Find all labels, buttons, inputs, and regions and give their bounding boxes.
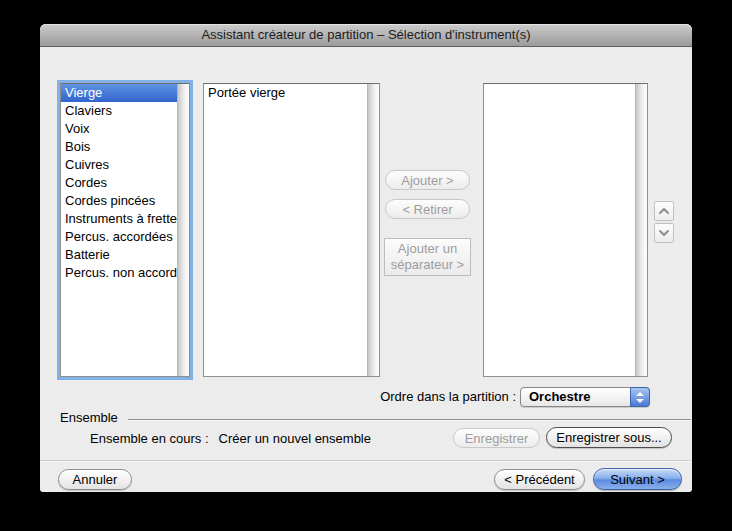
score-order-label: Ordre dans la partition : — [320, 387, 516, 407]
save-ensemble-as-button[interactable]: Enregistrer sous... — [546, 427, 672, 448]
current-ensemble-row: Ensemble en cours :Créer un nouvel ensem… — [90, 431, 371, 446]
popup-arrows-icon — [630, 387, 650, 407]
previous-button[interactable]: < Précédent — [494, 469, 585, 490]
dialog-content: Vierge Claviers Voix Bois Cuivres Cordes… — [40, 47, 692, 492]
add-button[interactable]: Ajouter > — [385, 170, 470, 190]
chevron-down-icon — [657, 228, 671, 238]
list-item[interactable]: Portée vierge — [204, 84, 368, 102]
add-separator-button[interactable]: Ajouter un séparateur > — [384, 238, 471, 276]
current-ensemble-label: Ensemble en cours : — [90, 431, 209, 446]
available-instrument-list[interactable]: Portée vierge — [203, 83, 380, 377]
instrument-category-list[interactable]: Vierge Claviers Voix Bois Cuivres Cordes… — [60, 83, 190, 377]
remove-button[interactable]: < Retirer — [385, 199, 470, 219]
move-up-button[interactable] — [654, 201, 674, 221]
list-item[interactable]: Percus. non accordées — [61, 264, 178, 282]
list-item[interactable]: Percus. accordées — [61, 228, 178, 246]
scrollbar-track[interactable] — [635, 84, 647, 376]
selected-instrument-list[interactable] — [483, 83, 648, 377]
move-down-button[interactable] — [654, 223, 674, 243]
list-item[interactable]: Cuivres — [61, 156, 178, 174]
save-ensemble-button[interactable]: Enregistrer — [453, 428, 540, 448]
list-item[interactable]: Cordes — [61, 174, 178, 192]
current-ensemble-value: Créer un nouvel ensemble — [219, 431, 371, 446]
score-order-popup[interactable]: Orchestre — [520, 387, 650, 407]
next-button[interactable]: Suivant > — [593, 468, 682, 490]
list-item[interactable]: Batterie — [61, 246, 178, 264]
title-bar[interactable]: Assistant créateur de partition – Sélect… — [40, 24, 692, 47]
chevron-up-icon — [657, 206, 671, 216]
scrollbar-track[interactable] — [367, 84, 379, 376]
list-item[interactable]: Claviers — [61, 102, 178, 120]
cancel-button[interactable]: Annuler — [58, 469, 132, 490]
list-item[interactable]: Bois — [61, 138, 178, 156]
window-title: Assistant créateur de partition – Sélect… — [40, 24, 692, 46]
ensemble-group-label: Ensemble — [60, 410, 118, 425]
list-item[interactable]: Voix — [61, 120, 178, 138]
popup-down-arrow-icon — [636, 399, 644, 403]
list-item[interactable]: Cordes pincées — [61, 192, 178, 210]
list-item[interactable]: Vierge — [61, 84, 178, 102]
scrollbar-track[interactable] — [177, 84, 189, 376]
popup-up-arrow-icon — [636, 392, 644, 396]
ensemble-group-separator — [128, 419, 691, 420]
wizard-dialog: Assistant créateur de partition – Sélect… — [40, 24, 692, 492]
footer-divider — [40, 460, 692, 461]
list-item[interactable]: Instruments à frettes — [61, 210, 178, 228]
